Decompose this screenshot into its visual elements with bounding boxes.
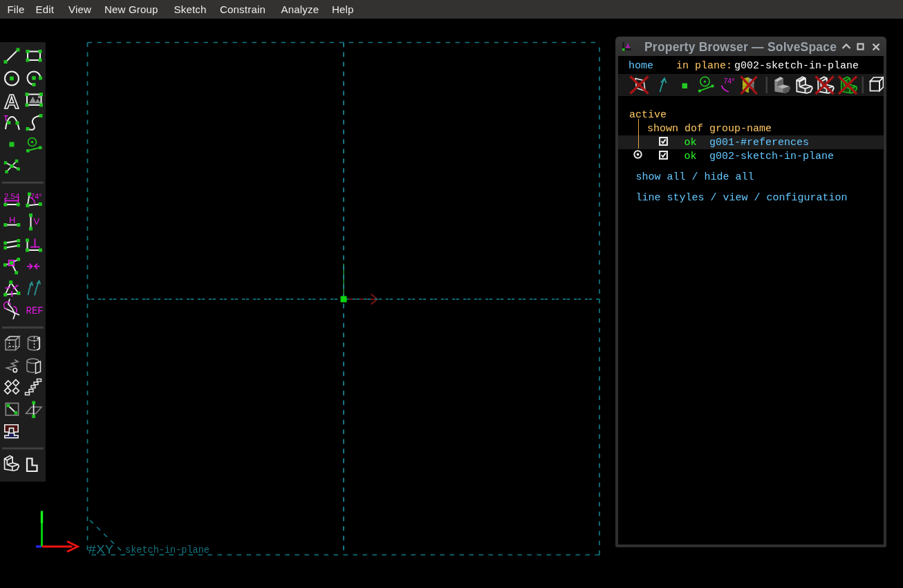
svg-text:REF: REF <box>26 305 44 316</box>
svg-text:74°: 74° <box>724 77 735 85</box>
svg-text:A: A <box>4 90 19 113</box>
svg-text:H: H <box>9 215 15 225</box>
svg-text:sketch-in-plane: sketch-in-plane <box>125 544 210 556</box>
svg-text:#XY: #XY <box>88 542 114 558</box>
svg-text:V: V <box>34 216 40 227</box>
svg-text:2.54: 2.54 <box>4 192 20 200</box>
